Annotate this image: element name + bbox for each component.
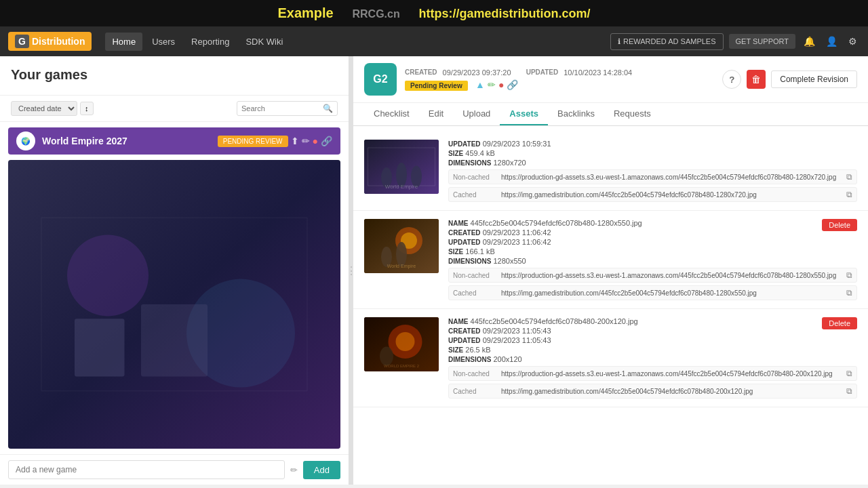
asset-dimensions-1: DIMENSIONS 868x488 [448, 159, 857, 167]
nav-users[interactable]: Users [145, 33, 182, 51]
upload-icon[interactable]: ⬆ [291, 136, 299, 146]
created-value: 09/29/2023 09:37:20 [443, 68, 511, 77]
copy-non-cached-2-button[interactable]: ⧉ [846, 270, 852, 280]
copy-cached-1-button[interactable]: ⧉ [846, 190, 852, 199]
svg-text:World Empire: World Empire [385, 184, 418, 190]
sort-select[interactable]: Created date [11, 101, 77, 116]
copy-cached-2-button[interactable]: ⧉ [846, 288, 852, 298]
link-chain-icon[interactable]: 🔗 [507, 79, 518, 90]
tabs-bar: Checklist Edit Upload Assets Backlinks R… [353, 103, 868, 126]
game-logo-text: G2 [373, 73, 387, 85]
reward-btn-label: REWARDED AD SAMPLES [623, 37, 716, 45]
main-nav: Home Users Reporting SDK Wiki [105, 33, 610, 51]
pending-badge: Pending Review [405, 81, 468, 91]
asset-card-3: Delete [353, 309, 868, 407]
svg-rect-4 [75, 319, 125, 376]
site-logo[interactable]: G Distribution [8, 32, 92, 51]
pencil-icon[interactable]: ✏ [488, 79, 496, 90]
help-button[interactable]: ? [722, 70, 741, 89]
edit-game-name-icon[interactable]: ✏ [290, 465, 298, 475]
asset-size-2: SIZE 166.1 kB [448, 247, 857, 256]
svg-text:WORLD EMPIRE 2: WORLD EMPIRE 2 [384, 364, 420, 368]
tab-requests[interactable]: Requests [604, 103, 660, 125]
rrcg-label: RRCG.cn [353, 8, 400, 20]
asset-card-1: World Empire UPDATED 09/29/2023 10:59:31… [353, 131, 868, 211]
delete-asset-3-button[interactable]: Delete [822, 317, 857, 329]
logo-text: Distribution [32, 36, 85, 47]
copy-non-cached-3-button[interactable]: ⧉ [846, 369, 852, 378]
navbar: G Distribution Home Users Reporting SDK … [0, 26, 868, 56]
game-meta: CREATED 09/29/2023 09:37:20 UPDATED 10/1… [405, 68, 714, 91]
delete-game-button[interactable]: 🗑 [747, 70, 766, 89]
left-panel: Your games Created date ↕ 🔍 🌍 World Empi… [0, 56, 349, 485]
add-game-input[interactable] [8, 460, 285, 479]
user-menu-button[interactable]: 👤 [823, 33, 840, 49]
game-list-item[interactable]: 🌍 World Empire 2027 PENDING REVIEW ⬆ ✏ ●… [8, 127, 340, 155]
circle-red-icon[interactable]: ● [498, 79, 504, 90]
add-game-button[interactable]: Add [303, 461, 340, 479]
notifications-button[interactable]: 🔔 [801, 33, 818, 49]
svg-point-20 [396, 332, 415, 351]
edit-icon[interactable]: ✏ [302, 136, 310, 146]
asset-updated-1: UPDATED 09/29/2023 10:59:31 [448, 140, 857, 148]
your-games-title: Your games [11, 67, 338, 83]
asset-card-inner-2: World Empire NAME 445fcc2b5e004c5794efdc… [364, 219, 857, 300]
complete-revision-button[interactable]: Complete Revision [771, 70, 857, 88]
url-label: https://gamedistribution.com/ [419, 7, 591, 20]
game-item-actions: PENDING REVIEW ⬆ ✏ ● 🔗 [218, 136, 332, 147]
asset-card-inner-3: WORLD EMPIRE 2 NAME 445fcc2b5e004c5794ef… [364, 317, 857, 399]
asset-info-3: NAME 445fcc2b5e004c5794efdcf6c078b480-20… [448, 317, 857, 399]
nav-home[interactable]: Home [105, 33, 142, 51]
search-icon: 🔍 [323, 104, 333, 113]
search-box[interactable]: 🔍 [237, 101, 338, 116]
sort-direction-button[interactable]: ↕ [80, 102, 94, 115]
pending-badge-row: Pending Review ▲ ✏ ● 🔗 [405, 77, 714, 91]
navbar-right: ℹ REWARDED AD SAMPLES GET SUPPORT 🔔 👤 ⚙ [610, 33, 860, 50]
tab-assets[interactable]: Assets [500, 103, 548, 125]
asset-updated-3: UPDATED 09/29/2023 11:05:43 [448, 336, 857, 344]
tab-edit[interactable]: Edit [419, 103, 453, 125]
game-logo: G2 [364, 63, 397, 96]
trash-icon: 🗑 [751, 74, 761, 85]
updated-label: UPDATED [526, 68, 559, 77]
copy-non-cached-1-button[interactable]: ⧉ [846, 172, 852, 182]
asset-size-1: SIZE 459.4 kB [448, 149, 857, 157]
tab-checklist[interactable]: Checklist [364, 103, 419, 125]
settings-button[interactable]: ⚙ [846, 33, 860, 49]
game-preview-image [8, 160, 340, 449]
main-layout: Your games Created date ↕ 🔍 🌍 World Empi… [0, 56, 868, 485]
tab-backlinks[interactable]: Backlinks [548, 103, 604, 125]
asset-info-2: NAME 445fcc2b5e004c5794efdcf6c078b480-12… [448, 219, 857, 300]
arrow-up-icon[interactable]: ▲ [475, 79, 485, 90]
game-item-name: World Empire 2027 [42, 136, 218, 146]
tab-upload[interactable]: Upload [453, 103, 500, 125]
svg-text:World Empire: World Empire [387, 264, 416, 269]
delete-asset-2-button[interactable]: Delete [822, 219, 857, 231]
nav-reporting[interactable]: Reporting [184, 33, 236, 51]
asset-non-cached-2: Non-cached https://production-gd-assets.… [448, 268, 857, 283]
delete-game-icon[interactable]: ● [313, 136, 318, 146]
assets-list: World Empire UPDATED 09/29/2023 10:59:31… [353, 126, 868, 485]
sort-group: Created date ↕ [11, 101, 94, 116]
meta-icons: ▲ ✏ ● 🔗 [475, 79, 518, 90]
top-banner: Example RRCG.cn https://gamedistribution… [0, 0, 868, 26]
svg-point-21 [380, 347, 393, 366]
left-panel-footer: ✏ Add [0, 454, 349, 485]
asset-thumbnail-1: World Empire [364, 140, 439, 194]
get-support-button[interactable]: GET SUPPORT [729, 34, 795, 49]
reward-icon: ℹ [618, 37, 620, 46]
search-input[interactable] [241, 104, 323, 113]
nav-sdk-wiki[interactable]: SDK Wiki [239, 33, 290, 51]
asset-card-inner-1: World Empire UPDATED 09/29/2023 10:59:31… [364, 140, 857, 202]
created-label: CREATED [405, 68, 437, 77]
asset-non-cached-3: Non-cached https://production-gd-assets.… [448, 366, 857, 381]
asset-card-2: Delete [353, 211, 868, 309]
right-header: G2 CREATED 09/29/2023 09:37:20 UPDATED 1… [353, 56, 868, 103]
link-icon[interactable]: 🔗 [321, 136, 332, 146]
reward-samples-button[interactable]: ℹ REWARDED AD SAMPLES [610, 33, 724, 50]
pending-status-button[interactable]: PENDING REVIEW [218, 136, 288, 147]
updated-value: 10/10/2023 14:28:04 [564, 68, 632, 77]
copy-cached-3-button[interactable]: ⧉ [846, 386, 852, 396]
asset-info-1: UPDATED 09/29/2023 10:59:31 SIZE 459.4 k… [448, 140, 857, 202]
left-panel-header: Your games [0, 56, 349, 96]
